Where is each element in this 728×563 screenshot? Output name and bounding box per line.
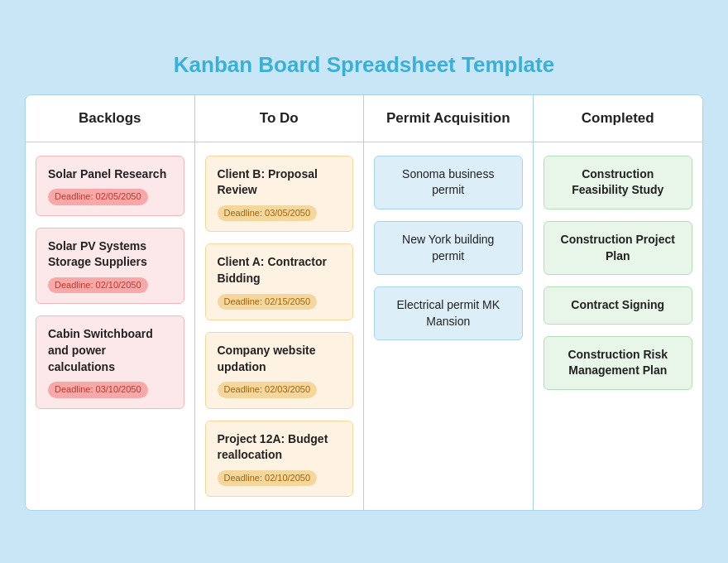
header-completed: Completed	[534, 95, 703, 142]
list-item[interactable]: Client A: Contractor Bidding Deadline: 0…	[205, 243, 354, 320]
card-title: Sonoma business permit	[402, 167, 494, 197]
page-wrapper: Kanban Board Spreadsheet Template Backlo…	[8, 32, 720, 531]
page-title: Kanban Board Spreadsheet Template	[25, 52, 703, 78]
list-item[interactable]: Sonoma business permit	[374, 156, 523, 209]
list-item[interactable]: Solar Panel Research Deadline: 02/05/205…	[36, 156, 184, 216]
list-item[interactable]: Cabin Switchboard and power calculations…	[36, 315, 184, 408]
card-title: Client A: Contractor Bidding	[218, 255, 327, 285]
header-todo: To Do	[195, 95, 365, 142]
card-title: Cabin Switchboard and power calculations	[48, 327, 153, 373]
card-title: Project 12A: Budget reallocation	[218, 432, 328, 462]
card-title: Company website updation	[218, 344, 316, 373]
list-item[interactable]: Client B: Proposal Review Deadline: 03/0…	[205, 156, 354, 233]
deadline-badge: Deadline: 02/05/2050	[48, 189, 148, 205]
card-title: Client B: Proposal Review	[218, 167, 318, 197]
list-item[interactable]: Construction Feasibility Study	[544, 156, 693, 209]
column-permit: Sonoma business permit New York building…	[364, 142, 534, 510]
card-title: Solar PV Systems Storage Suppliers	[48, 239, 147, 269]
list-item[interactable]: Company website updation Deadline: 02/03…	[205, 332, 354, 409]
card-title: Construction Project Plan	[561, 233, 675, 262]
card-title: Solar Panel Research	[48, 167, 166, 180]
card-title: New York building permit	[402, 233, 494, 262]
list-item[interactable]: Project 12A: Budget reallocation Deadlin…	[205, 421, 354, 498]
column-todo: Client B: Proposal Review Deadline: 03/0…	[195, 142, 365, 510]
deadline-badge: Deadline: 02/15/2050	[218, 294, 318, 310]
card-title: Construction Feasibility Study	[572, 167, 663, 197]
card-title: Electrical permit MK Mansion	[397, 298, 500, 328]
column-completed: Construction Feasibility Study Construct…	[534, 142, 703, 510]
column-backlogs: Solar Panel Research Deadline: 02/05/205…	[26, 142, 195, 510]
kanban-board: Backlogs To Do Permit Acquisition Comple…	[25, 94, 703, 511]
list-item[interactable]: Solar PV Systems Storage Suppliers Deadl…	[36, 228, 184, 305]
list-item[interactable]: Construction Project Plan	[544, 221, 693, 275]
card-title: Construction Risk Management Plan	[568, 348, 668, 378]
board-header: Backlogs To Do Permit Acquisition Comple…	[26, 95, 702, 142]
list-item[interactable]: Electrical permit MK Mansion	[374, 286, 523, 340]
card-title: Contract Signing	[571, 298, 664, 311]
list-item[interactable]: Contract Signing	[544, 286, 693, 325]
deadline-badge: Deadline: 02/10/2050	[218, 470, 318, 486]
deadline-badge: Deadline: 02/10/2050	[48, 277, 148, 293]
deadline-badge: Deadline: 02/03/2050	[218, 382, 318, 397]
deadline-badge: Deadline: 03/05/2050	[218, 205, 318, 221]
board-body: Solar Panel Research Deadline: 02/05/205…	[26, 142, 702, 510]
header-permit: Permit Acquisition	[364, 95, 534, 142]
list-item[interactable]: New York building permit	[374, 221, 523, 275]
deadline-badge: Deadline: 03/10/2050	[48, 382, 148, 397]
header-backlogs: Backlogs	[26, 95, 195, 142]
list-item[interactable]: Construction Risk Management Plan	[544, 336, 693, 390]
